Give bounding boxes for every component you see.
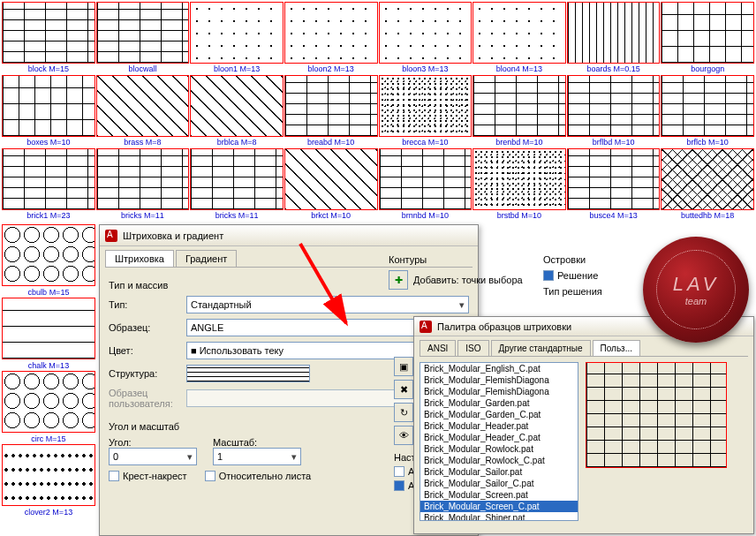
sample-combo[interactable]: ANGLE <box>186 319 442 336</box>
type-combo[interactable]: Стандартный <box>186 296 469 313</box>
pattern-swatch[interactable] <box>379 2 472 64</box>
pattern-swatch[interactable] <box>284 148 378 210</box>
checkbox-checked-icon <box>394 480 404 491</box>
swatch-label: brflbd M=10 <box>567 137 661 147</box>
type-label: Тип: <box>109 299 179 310</box>
pattern-list[interactable]: Brick_Modular_English_C.patBrick_Modular… <box>420 362 578 521</box>
pattern-list-item[interactable]: Brick_Modular_Rowlock.pat <box>420 443 578 455</box>
add-pickpoints-button[interactable]: ✚ <box>389 270 408 290</box>
refresh-icon: ↻ <box>400 407 408 419</box>
recreate-button[interactable]: ↻ <box>394 403 413 422</box>
chk-cross-label: Крест-накрест <box>123 471 187 481</box>
pointer-icon: ▣ <box>399 361 408 373</box>
swatch-label: boxes M=10 <box>2 137 95 147</box>
pattern-swatch[interactable] <box>2 298 95 359</box>
pattern-swatch[interactable] <box>379 75 472 137</box>
structure-preview <box>186 365 310 382</box>
islands-resolve-chk[interactable]: Решение <box>543 270 602 281</box>
swatch-label: bloon3 M=13 <box>379 64 472 74</box>
swatch-label: brick1 M=23 <box>2 210 95 221</box>
pattern-swatch[interactable] <box>190 148 284 210</box>
pattern-swatch[interactable] <box>284 75 378 137</box>
swatch-label: brflcb M=10 <box>661 137 754 147</box>
scale-value: 1 <box>217 451 223 462</box>
checkbox-icon <box>205 471 215 481</box>
chk-sheet-label: Относительно листа <box>219 471 312 481</box>
pattern-swatch[interactable] <box>2 75 95 137</box>
pattern-swatch[interactable] <box>2 224 95 286</box>
pattern-list-item[interactable]: Brick_Modular_Garden.pat <box>420 397 578 409</box>
angle-input[interactable]: 0 <box>109 448 197 465</box>
pattern-swatch[interactable] <box>661 148 754 210</box>
eye-icon: 👁 <box>399 430 409 441</box>
setting-a-chk[interactable]: А <box>394 466 415 477</box>
tab-hatch[interactable]: Штриховка <box>105 250 174 267</box>
tab-user[interactable]: Польз... <box>593 340 641 356</box>
select-objects-button[interactable]: ▣ <box>394 357 413 376</box>
pattern-list-item[interactable]: Brick_Modular_Header.pat <box>420 420 578 432</box>
pattern-preview <box>586 362 727 468</box>
swatch-label: bricks M=11 <box>96 210 190 221</box>
pattern-swatch[interactable] <box>96 148 190 210</box>
pattern-list-item[interactable]: Brick_Modular_Garden_C.pat <box>420 409 578 420</box>
pattern-swatch[interactable] <box>190 2 284 64</box>
chk-cross[interactable]: Крест-накрест <box>109 471 187 481</box>
tab-ansi[interactable]: ANSI <box>420 340 456 356</box>
pattern-swatch[interactable] <box>2 2 95 64</box>
x-icon: ✖ <box>400 384 408 396</box>
pattern-swatch[interactable] <box>567 148 661 210</box>
pattern-swatch[interactable] <box>2 371 95 433</box>
islands-pane: Островки Решение Тип решения <box>543 254 602 297</box>
pattern-list-item[interactable]: Brick_Modular_FlemishDiagona <box>420 386 578 397</box>
swatch-label: brenbd M=10 <box>472 137 566 147</box>
pattern-list-item[interactable]: Brick_Modular_Screen_C.pat <box>420 501 578 512</box>
checkbox-checked-icon <box>543 270 554 281</box>
pattern-swatch[interactable] <box>2 148 95 210</box>
swatch-label: brass M=8 <box>96 137 190 147</box>
pattern-swatch[interactable] <box>472 2 566 64</box>
pattern-list-item[interactable]: Brick_Modular_Shiner.pat <box>420 512 578 521</box>
pattern-list-item[interactable]: Brick_Modular_Screen.pat <box>420 489 578 501</box>
swatch-label: bloon4 M=13 <box>472 64 566 74</box>
usersample-label: Образец пользователя: <box>109 388 179 409</box>
swatch-label: block M=15 <box>2 64 95 74</box>
pattern-list-item[interactable]: Brick_Modular_FlemishDiagona <box>420 374 578 386</box>
pattern-list-item[interactable]: Brick_Modular_Sailor_C.pat <box>420 478 578 489</box>
view-button[interactable]: 👁 <box>394 426 413 445</box>
pattern-list-item[interactable]: Brick_Modular_Header_C.pat <box>420 432 578 443</box>
pattern-swatch[interactable] <box>96 2 190 64</box>
pattern-list-item[interactable]: Brick_Modular_Sailor.pat <box>420 466 578 478</box>
setting-b-chk[interactable]: А <box>394 480 415 491</box>
pattern-swatch[interactable] <box>661 2 754 64</box>
chk-sheet[interactable]: Относительно листа <box>205 471 312 481</box>
pattern-list-item[interactable]: Brick_Modular_English_C.pat <box>420 363 578 374</box>
swatch-label: bloon2 M=13 <box>284 64 378 74</box>
remove-button[interactable]: ✖ <box>394 380 413 399</box>
swatch-label: boards M=0.15 <box>567 64 661 74</box>
tab-other[interactable]: Другие стандартные <box>491 340 591 356</box>
pattern-swatch[interactable] <box>567 2 661 64</box>
swatch-label: blocwall <box>96 64 190 74</box>
swatch-label: chalk M=13 <box>2 360 95 371</box>
pattern-swatch[interactable] <box>379 148 472 210</box>
pattern-swatch[interactable] <box>472 75 566 137</box>
app-icon <box>420 321 432 333</box>
scale-input[interactable]: 1 <box>213 448 301 465</box>
pattern-swatch[interactable] <box>472 148 566 210</box>
pattern-swatch[interactable] <box>190 75 284 137</box>
swatch-label: buttedhb M=18 <box>661 210 754 221</box>
color-label: Цвет: <box>109 345 179 356</box>
pattern-list-item[interactable]: Brick_Modular_Rowlock_C.pat <box>420 455 578 466</box>
pattern-swatch[interactable] <box>567 75 661 137</box>
pattern-swatch[interactable] <box>96 75 190 137</box>
tab-gradient[interactable]: Градиент <box>176 250 237 267</box>
pattern-swatch[interactable] <box>661 75 754 137</box>
swatch-label: brstbd M=10 <box>472 210 566 221</box>
hatch-dialog-title: Штриховка и градиент <box>123 230 223 241</box>
watermark-seal: LAV team <box>643 237 749 343</box>
pattern-swatch[interactable] <box>284 2 378 64</box>
islands-chk-label: Решение <box>557 270 598 281</box>
seal-text-small: team <box>685 296 707 306</box>
pattern-swatch[interactable] <box>2 444 95 506</box>
tab-iso[interactable]: ISO <box>457 340 488 356</box>
